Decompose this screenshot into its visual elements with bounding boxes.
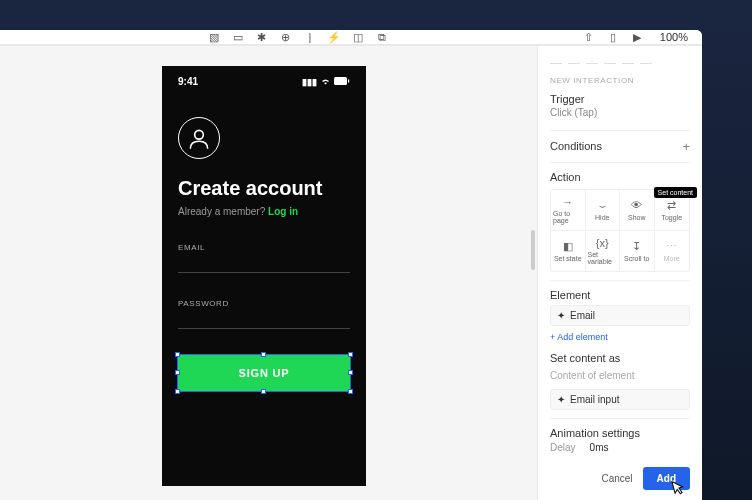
add-button[interactable]: Add [643,467,690,490]
page-title: Create account [178,177,350,200]
box-icon[interactable]: ▭ [231,30,245,44]
animation-label: Animation settings [550,427,690,439]
action-grid: →Go to page ⌣Hide 👁Show ⇄ToggleSet conte… [550,189,690,272]
add-condition-button[interactable]: + [682,139,690,154]
action-toggle[interactable]: ⇄ToggleSet content [655,190,690,231]
trigger-select[interactable]: Click (Tap) [550,107,690,118]
share-icon[interactable]: ⇧ [582,30,596,44]
subtitle: Already a member? Log in [178,206,350,217]
delay-input[interactable]: 0ms [590,442,609,453]
action-set-variable[interactable]: {x}Set variable [586,231,621,271]
device-icon[interactable]: ▯ [606,30,620,44]
wifi-icon [320,77,331,87]
element-label: Element [550,289,690,301]
settings-icon[interactable]: ✱ [255,30,269,44]
workspace: 9:41 ▮▮▮ Create account Alread [0,46,702,500]
action-label: Action [550,171,690,183]
signup-button[interactable]: SIGN UP [178,355,350,391]
zoom-level[interactable]: 100% [660,31,688,43]
add-icon[interactable]: ⊕ [279,30,293,44]
target-icon: ✦ [557,394,565,405]
password-input[interactable] [178,328,350,329]
content-of-element-select[interactable]: Content of element [550,366,690,385]
action-show[interactable]: 👁Show [620,190,655,231]
content-target-select[interactable]: ✦Email input [550,389,690,410]
design-tool-window: ▧ ▭ ✱ ⊕ | ⚡ ◫ ⧉ ⇧ ▯ ▶ 100% -250-200-150-… [0,30,702,500]
layers-icon[interactable]: ◫ [351,30,365,44]
element-select[interactable]: ✦Email [550,305,690,326]
canvas[interactable]: 9:41 ▮▮▮ Create account Alread [0,46,537,500]
panel-scrollbar[interactable] [531,230,535,270]
target-icon: ✦ [557,310,565,321]
svg-rect-1 [348,79,349,82]
login-link[interactable]: Log in [268,206,298,217]
svg-rect-0 [334,77,347,85]
play-icon[interactable]: ▶ [630,30,644,44]
status-time: 9:41 [178,76,198,87]
action-more[interactable]: ⋯More [655,231,690,271]
set-content-tooltip: Set content [654,187,697,198]
action-go-to-page[interactable]: →Go to page [551,190,586,231]
action-scroll-to[interactable]: ↧Scroll to [620,231,655,271]
lightning-icon[interactable]: ⚡ [327,30,341,44]
divider-icon: | [303,30,317,44]
battery-icon [334,77,350,87]
trigger-label: Trigger [550,93,690,105]
phone-frame[interactable]: 9:41 ▮▮▮ Create account Alread [162,66,366,486]
avatar-icon [178,117,220,159]
signal-icon: ▮▮▮ [302,77,317,87]
cancel-button[interactable]: Cancel [601,473,632,484]
set-content-as-label: Set content as [550,352,690,364]
conditions-label: Conditions [550,140,602,152]
section-new-interaction: NEW INTERACTION [550,76,690,85]
password-label: PASSWORD [178,299,350,308]
svg-point-2 [195,130,204,139]
action-set-state[interactable]: ◧Set state [551,231,586,271]
add-element-link[interactable]: + Add element [550,332,690,342]
email-label: EMAIL [178,243,350,252]
status-icons: ▮▮▮ [302,76,350,87]
assets-icon[interactable]: ▧ [207,30,221,44]
top-toolbar: ▧ ▭ ✱ ⊕ | ⚡ ◫ ⧉ ⇧ ▯ ▶ 100% [0,30,702,45]
delay-label: Delay [550,442,576,453]
components-icon[interactable]: ⧉ [375,30,389,44]
email-input[interactable] [178,272,350,273]
action-hide[interactable]: ⌣Hide [586,190,621,231]
properties-panel: NEW INTERACTION Trigger Click (Tap) Cond… [537,46,702,500]
panel-align-toolbar[interactable] [550,54,690,64]
